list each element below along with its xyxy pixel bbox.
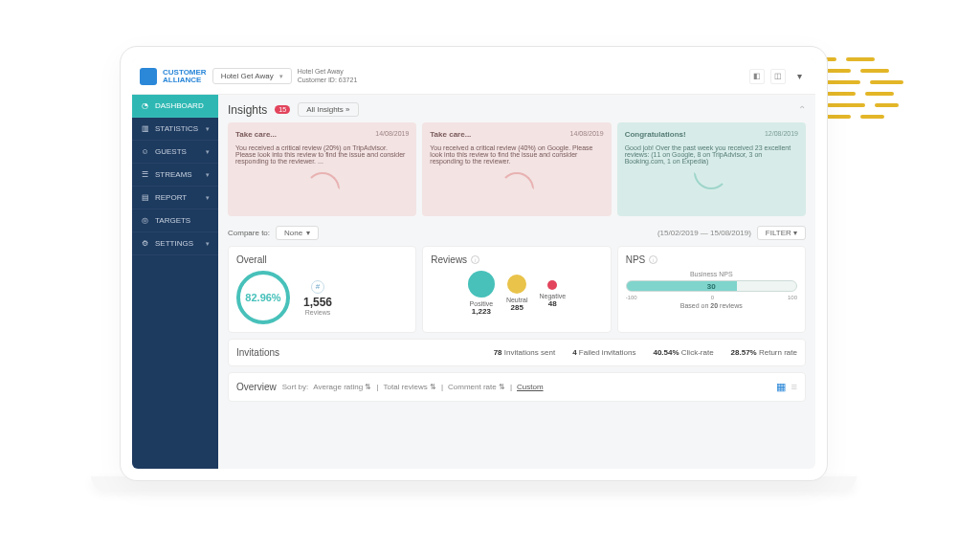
insight-cards: Take care... 14/08/2019 You received a c… — [228, 122, 806, 216]
hash-icon: # — [311, 280, 324, 294]
brand-logo — [140, 68, 157, 85]
streams-icon: ☰ — [141, 170, 149, 179]
sidebar-item-guests[interactable]: ☺ GUESTS▾ — [132, 141, 218, 164]
sort-total-reviews[interactable]: Total reviews ⇅ — [381, 383, 437, 391]
guests-icon: ☺ — [141, 147, 149, 156]
reviews-panel: Reviews i Positive 1,223 Neutral 285 — [422, 246, 611, 333]
customer-info: Hotel Get Away Customer ID: 63721 — [298, 68, 358, 84]
insight-card-2[interactable]: Take care... 14/08/2019 You received a c… — [422, 122, 611, 216]
insight-card-1[interactable]: Take care... 14/08/2019 You received a c… — [228, 122, 416, 216]
reviews-total: # 1,556 Reviews — [303, 280, 332, 316]
overview-panel: Overview Sort by: Average rating ⇅ | Tot… — [228, 372, 806, 402]
dashboard-icon: ◔ — [141, 101, 149, 110]
nps-bar: 30 — [626, 280, 797, 292]
sort-comment-rate[interactable]: Comment rate ⇅ — [446, 383, 507, 391]
info-icon[interactable]: i — [649, 255, 657, 264]
all-insights-button[interactable]: All Insights » — [298, 102, 358, 117]
insight-card-3[interactable]: Congratulations! 12/08/2019 Good job! Ov… — [617, 122, 806, 216]
frown-icon — [305, 172, 340, 189]
sidebar-item-dashboard[interactable]: ◔ DASHBOARD — [132, 95, 218, 118]
frown-icon — [500, 172, 534, 189]
statistics-icon: ▥ — [141, 124, 149, 133]
sidebar: ◔ DASHBOARD ▥ STATISTICS▾ ☺ GUESTS▾ ☰ ST… — [132, 95, 218, 469]
reviews-positive: Positive 1,223 — [468, 271, 495, 316]
targets-icon: ◎ — [141, 216, 149, 225]
laptop-frame: CUSTOMERALLIANCE Hotel Get Away ▾ Hotel … — [120, 46, 828, 481]
compare-select[interactable]: None ▾ — [276, 226, 319, 240]
view-grid[interactable]: ▦ — [776, 381, 786, 393]
sidebar-item-targets[interactable]: ◎ TARGETS — [132, 209, 218, 232]
reviews-negative: Negative 48 — [539, 271, 566, 316]
filter-button[interactable]: FILTER ▾ — [757, 226, 806, 240]
sort-average-rating[interactable]: Average rating ⇅ — [311, 383, 373, 391]
insights-count-badge: 15 — [275, 105, 290, 114]
smile-icon — [694, 172, 728, 189]
messages-icon[interactable]: ◫ — [770, 69, 786, 84]
app-header: CUSTOMERALLIANCE Hotel Get Away ▾ Hotel … — [132, 58, 815, 95]
collapse-insights[interactable]: ⌃ — [798, 104, 806, 115]
date-range[interactable]: (15/02/2019 — 15/08/2019) — [657, 229, 751, 237]
overall-panel: Overall 82.96% # 1,556 Reviews — [228, 246, 416, 333]
notifications-icon[interactable]: ◧ — [749, 69, 765, 84]
sidebar-item-report[interactable]: ▤ REPORT▾ — [132, 187, 218, 209]
settings-icon: ⚙ — [141, 239, 149, 248]
sidebar-item-statistics[interactable]: ▥ STATISTICS▾ — [132, 118, 218, 141]
chevron-double-right-icon: » — [345, 105, 349, 114]
reviews-neutral: Neutral 285 — [506, 271, 528, 316]
chevron-down-icon: ▾ — [279, 73, 283, 80]
app-screen: CUSTOMERALLIANCE Hotel Get Away ▾ Hotel … — [132, 58, 815, 469]
nps-based-on: Based on 20 reviews — [626, 302, 797, 309]
dashboard-main: Insights 15 All Insights » ⌃ Take care..… — [218, 95, 815, 469]
insights-header: Insights 15 All Insights » ⌃ — [228, 102, 806, 117]
report-icon: ▤ — [141, 193, 149, 202]
sort-custom[interactable]: Custom — [515, 383, 546, 391]
nps-panel: NPS i Business NPS 30 -1000100 Based on … — [617, 246, 806, 333]
overall-score-ring: 82.96% — [236, 271, 290, 324]
sidebar-item-settings[interactable]: ⚙ SETTINGS▾ — [132, 232, 218, 255]
info-icon[interactable]: i — [471, 255, 479, 264]
compare-row: Compare to: None ▾ (15/02/2019 — 15/08/2… — [228, 226, 806, 240]
user-menu[interactable]: ▾ — [791, 71, 808, 81]
chevron-down-icon: ▾ — [306, 229, 310, 237]
invitations-panel: Invitations 78 Invitations sent 4 Failed… — [228, 339, 806, 366]
sidebar-item-streams[interactable]: ☰ STREAMS▾ — [132, 164, 218, 187]
view-list[interactable]: ≡ — [791, 381, 797, 393]
brand-name: CUSTOMERALLIANCE — [163, 69, 207, 84]
property-select[interactable]: Hotel Get Away ▾ — [212, 68, 292, 84]
insights-title: Insights — [228, 103, 267, 117]
